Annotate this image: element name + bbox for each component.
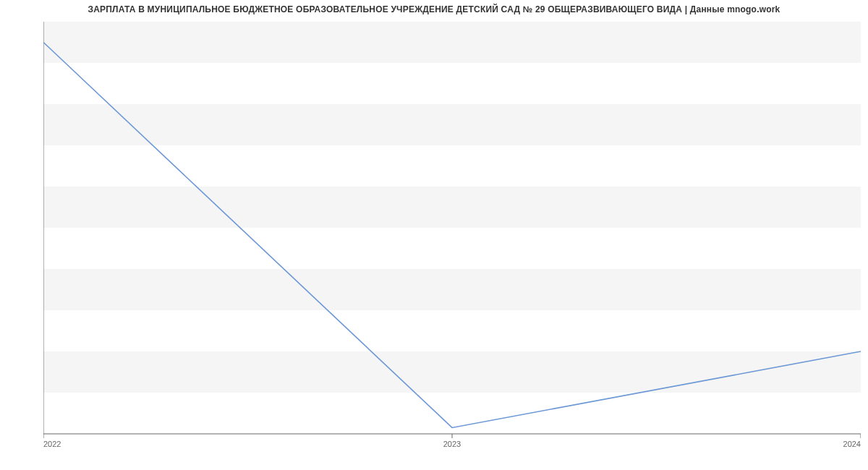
grid-band <box>43 269 861 310</box>
x-tick-label: 2024 <box>843 440 861 448</box>
grid-band <box>43 22 861 63</box>
grid-band <box>43 351 861 393</box>
chart-svg: 1600018000200002200024000260002800030000… <box>43 22 861 456</box>
grid-band <box>43 187 861 228</box>
x-tick-label: 2023 <box>443 440 461 448</box>
chart-plot-area: 1600018000200002200024000260002800030000… <box>43 22 861 434</box>
x-tick-label: 2022 <box>43 440 61 448</box>
chart-title: ЗАРПЛАТА В МУНИЦИПАЛЬНОЕ БЮДЖЕТНОЕ ОБРАЗ… <box>0 0 868 14</box>
grid-band <box>43 104 861 145</box>
